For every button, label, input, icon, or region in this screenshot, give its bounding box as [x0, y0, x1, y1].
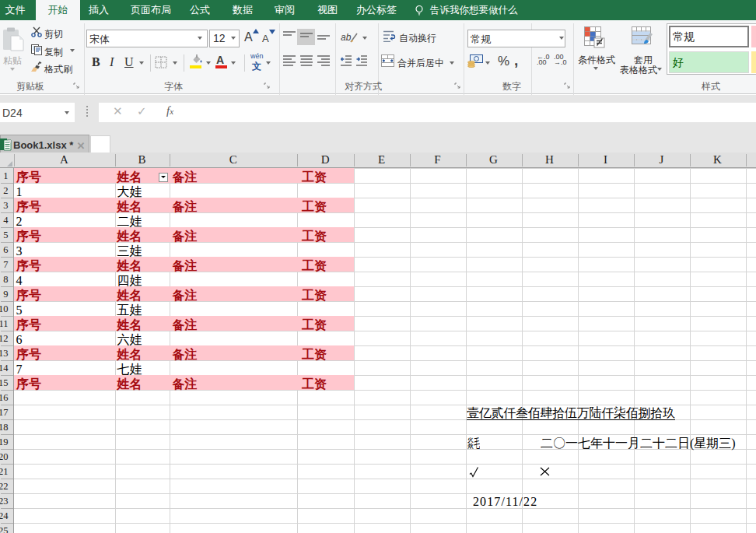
svg-text:ab: ab	[341, 32, 352, 43]
